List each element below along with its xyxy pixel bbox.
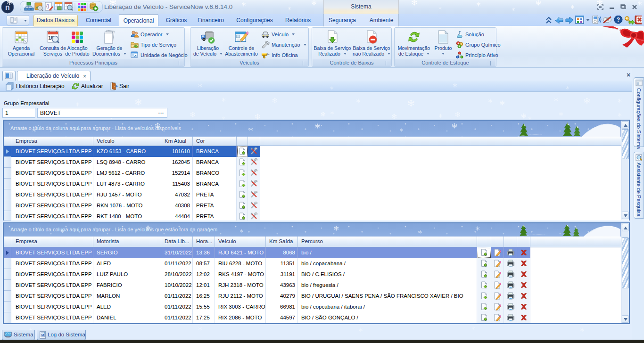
svg-text:M: M <box>41 334 44 337</box>
svg-text:?: ? <box>617 16 620 23</box>
svg-text:n: n <box>5 3 10 11</box>
svg-text:{}: {} <box>46 4 49 8</box>
